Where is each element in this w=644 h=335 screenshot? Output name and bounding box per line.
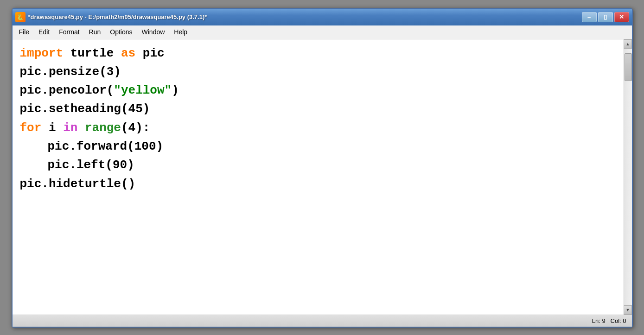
title-bar-buttons: – ▯ ✕ bbox=[582, 12, 629, 22]
code-area-container: import turtle as pic pic.pensize(3) pic.… bbox=[13, 39, 632, 315]
code-editor[interactable]: import turtle as pic pic.pensize(3) pic.… bbox=[13, 39, 624, 315]
status-bar: Ln: 9 Col: 0 bbox=[13, 315, 632, 327]
code-line-6: pic.forward(100) bbox=[20, 137, 616, 156]
app-icon: 🐍 bbox=[15, 12, 26, 22]
close-button[interactable]: ✕ bbox=[614, 12, 629, 22]
main-window: 🐍 *drawasquare45.py - E:/pmath2/m05/draw… bbox=[12, 8, 633, 328]
scroll-down-button[interactable]: ▼ bbox=[624, 305, 632, 315]
scroll-track[interactable] bbox=[624, 49, 632, 305]
maximize-button[interactable]: ▯ bbox=[598, 12, 613, 22]
code-line-2: pic.pensize(3) bbox=[20, 63, 616, 81]
menu-help[interactable]: Help bbox=[169, 27, 192, 37]
line-number: Ln: 9 bbox=[592, 317, 606, 324]
scroll-thumb[interactable] bbox=[625, 53, 632, 81]
vertical-scrollbar[interactable]: ▲ ▼ bbox=[624, 39, 632, 315]
window-title: *drawasquare45.py - E:/pmath2/m05/drawas… bbox=[28, 13, 207, 20]
title-bar-left: 🐍 *drawasquare45.py - E:/pmath2/m05/draw… bbox=[15, 12, 207, 22]
menu-edit[interactable]: Edit bbox=[34, 27, 54, 37]
title-bar: 🐍 *drawasquare45.py - E:/pmath2/m05/draw… bbox=[13, 9, 632, 25]
menu-run[interactable]: Run bbox=[84, 27, 106, 37]
code-line-1: import turtle as pic bbox=[20, 44, 616, 63]
menu-format[interactable]: Format bbox=[54, 27, 84, 37]
menu-file[interactable]: File bbox=[14, 27, 34, 37]
code-line-3: pic.pencolor("yellow") bbox=[20, 81, 616, 100]
code-line-4: pic.setheading(45) bbox=[20, 100, 616, 118]
code-line-7: pic.left(90) bbox=[20, 156, 616, 174]
status-line: Ln: 9 Col: 0 bbox=[592, 317, 626, 324]
menu-options[interactable]: Options bbox=[105, 27, 137, 37]
col-number: Col: 0 bbox=[611, 317, 626, 324]
menu-bar: File Edit Format Run Options Window Help bbox=[13, 25, 632, 39]
scroll-up-button[interactable]: ▲ bbox=[624, 39, 632, 49]
code-line-8: pic.hideturtle() bbox=[20, 175, 616, 193]
menu-window[interactable]: Window bbox=[137, 27, 170, 37]
minimize-button[interactable]: – bbox=[582, 12, 597, 22]
code-line-5: for i in range(4): bbox=[20, 119, 616, 137]
